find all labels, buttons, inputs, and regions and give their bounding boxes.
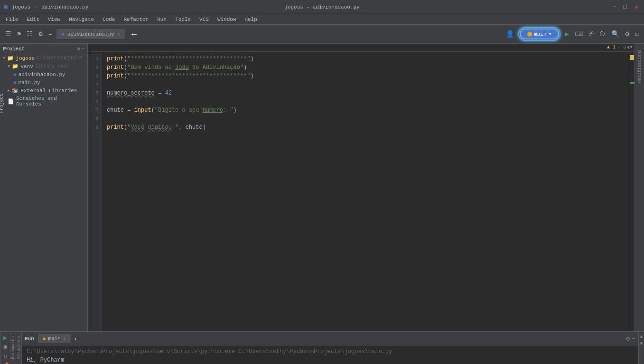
line-num-4: 4	[88, 80, 99, 89]
run-tab-close[interactable]: ✕	[63, 336, 66, 342]
run-command: C:\Users\nathy\PycharmProjects\jogoss\ve…	[27, 348, 392, 355]
run-tab-label: main	[48, 336, 60, 342]
tree-item-external-libraries[interactable]: ▶ 📚 External Libraries	[0, 86, 87, 95]
menu-run[interactable]: Run	[153, 16, 170, 23]
user-icon[interactable]: 👤	[504, 30, 515, 38]
coverage-button[interactable]: ☍	[588, 30, 595, 38]
menu-refactor[interactable]: Refactor	[120, 16, 152, 23]
expand-arrow-icon: ▼	[8, 64, 10, 69]
toolbar: ☰ ⚑ ☷ ⚙ – ◆ adivinhacaoo.py ✕ ← 👤 main ▾…	[0, 25, 644, 44]
close-button[interactable]: ✕	[633, 3, 640, 11]
menu-vcs[interactable]: VCS	[196, 16, 213, 23]
run-config-label: main	[534, 31, 546, 37]
rerun-button[interactable]: ↻	[3, 353, 7, 360]
sidebar-gear-icon[interactable]: ⚙	[77, 46, 80, 52]
line-num-5: 5	[88, 89, 99, 97]
tree-item-path: C:\Users\nathy\P	[37, 56, 82, 61]
nav-down-icon[interactable]: ▼	[630, 45, 633, 50]
menu-help[interactable]: Help	[241, 16, 261, 23]
tab-close-button[interactable]: ✕	[117, 31, 120, 37]
arrow-annotation-2: ←	[75, 334, 80, 344]
search-everywhere-icon[interactable]: 🔍	[610, 30, 621, 38]
project-sidebar: Project Project ⚙ – ▼ 📁 jogoss C:\Users\…	[0, 44, 88, 331]
pin-button[interactable]: 📌	[1, 362, 9, 364]
ext-lib-label: External Libraries	[20, 88, 77, 94]
stop-button[interactable]: ■	[3, 344, 7, 351]
sidebar-header: Project ⚙ –	[0, 44, 87, 54]
titlebar-left: ■ jogoss › adivinhacaoo.py	[4, 3, 88, 11]
venv-suffix: library root	[35, 64, 69, 69]
run-config-button[interactable]: main ▾	[520, 29, 559, 39]
bookmark-icon[interactable]: ⚑	[16, 30, 22, 38]
project-vertical-label: Project	[0, 93, 4, 113]
menu-navigate[interactable]: Navigate	[65, 16, 98, 23]
toolbar-right: 👤 main ▾ ▶ 🀶 ☍ ⏲ 🔍 ⚙ ↻	[504, 27, 640, 41]
profile-button[interactable]: ⏲	[597, 30, 607, 38]
line-num-7: 7	[88, 106, 99, 115]
tree-item-scratches[interactable]: 📄 Scratches and Consoles	[0, 95, 87, 108]
mainpy-label: main.py	[19, 80, 40, 86]
editor-right-gutter	[629, 54, 635, 331]
menu-view[interactable]: View	[44, 16, 64, 23]
menu-window[interactable]: Window	[214, 16, 240, 23]
run-sidetool: ▶ ■ ↻ 📌	[0, 332, 10, 364]
run-config-dropdown-icon: ▾	[549, 31, 552, 37]
titlebar-controls: ─ □ ✕	[610, 3, 640, 11]
notifications-label: Notifications	[637, 49, 642, 83]
menu-edit[interactable]: Edit	[23, 16, 43, 23]
sidebar-collapse-icon[interactable]: –	[81, 46, 84, 52]
tree-item-venv[interactable]: ▼ 📁 venv library root	[0, 62, 87, 70]
line-num-8: 8	[88, 115, 99, 123]
structure-vertical-label: Structure	[17, 336, 21, 359]
panel-settings-icon[interactable]: ⚙	[626, 335, 630, 343]
gutter-bar	[629, 55, 635, 60]
py-icon: ◆	[13, 71, 17, 77]
app-icon: ■	[4, 3, 8, 11]
settings-main-icon[interactable]: ⚙	[624, 30, 630, 38]
structure-icon[interactable]: ☷	[25, 30, 34, 38]
run-config-indicator	[527, 32, 532, 37]
project-label: jogoss	[11, 4, 30, 10]
settings-icon[interactable]: ⚙	[37, 30, 44, 38]
run-panel-label: Run	[25, 336, 34, 342]
ok-gutter-marker	[630, 82, 635, 84]
run-tab-icon: ◆	[43, 335, 46, 342]
tree-item-jogoss[interactable]: ▼ 📁 jogoss C:\Users\nathy\P	[0, 54, 87, 62]
run-tab-main[interactable]: ◆ main ✕	[38, 334, 71, 343]
code-editor[interactable]: print("*********************************…	[102, 54, 629, 331]
tree-item-mainpy[interactable]: ◆ main.py	[0, 78, 87, 86]
debug-button[interactable]: 🀶	[573, 30, 585, 38]
arrow-annotation-1: ←	[131, 29, 137, 39]
editor-tab-adivinhacaoo[interactable]: ◆ adivinhacaoo.py ✕	[56, 29, 125, 39]
line-num-3: 3	[88, 72, 99, 80]
run-play-button[interactable]: ▶	[3, 334, 7, 342]
menu-code[interactable]: Code	[99, 16, 119, 23]
warning-count: ▲ 1	[607, 45, 616, 50]
scroll-up-icon[interactable]: ▲	[640, 334, 643, 339]
project-toggle-icon[interactable]: ☰	[4, 30, 13, 38]
update-icon[interactable]: ↻	[634, 30, 640, 38]
venv-folder-icon: 📁	[12, 63, 19, 69]
check-count: ✓ 9	[617, 45, 626, 50]
line-num-9: 9	[88, 123, 99, 132]
menu-tools[interactable]: Tools	[171, 16, 195, 23]
tab-filename: adivinhacaoo.py	[67, 31, 114, 37]
run-output: C:\Users\nathy\PycharmProjects\jogoss\ve…	[22, 345, 638, 364]
adivinhacaoo-label: adivinhacaoo.py	[19, 72, 65, 77]
bottom-area: ▶ ■ ↻ 📌 Bookmarks Structure Run ◆ main ✕…	[0, 331, 644, 364]
scroll-down-icon[interactable]: ▼	[640, 341, 643, 346]
line-numbers: 1 2 3 4 5 6 7 8 9	[88, 54, 102, 331]
run-button[interactable]: ▶	[563, 30, 570, 38]
maximize-button[interactable]: □	[621, 3, 629, 10]
tree-item-adivinhacaoo[interactable]: ◆ adivinhacaoo.py	[0, 70, 87, 78]
window-title: jogoss - adivinhacaoo.py	[284, 4, 359, 10]
sidebar-title: Project	[3, 46, 25, 52]
run-panel: Run ◆ main ✕ ← ⚙ – C:\Users\nathy\Pychar…	[22, 332, 638, 364]
collapse-icon[interactable]: –	[47, 30, 54, 38]
panel-close-icon[interactable]: –	[632, 335, 635, 342]
menu-file[interactable]: File	[2, 16, 22, 23]
venv-label: venv	[20, 64, 33, 69]
editor-wrapper: ▲ 1 ✓ 9 ▲ ▼ 1 2 3 4 5 6 7 8 9 print("***…	[88, 44, 635, 331]
minimize-button[interactable]: ─	[610, 3, 618, 10]
run-output-hi: Hi, PyCharm	[27, 357, 64, 364]
